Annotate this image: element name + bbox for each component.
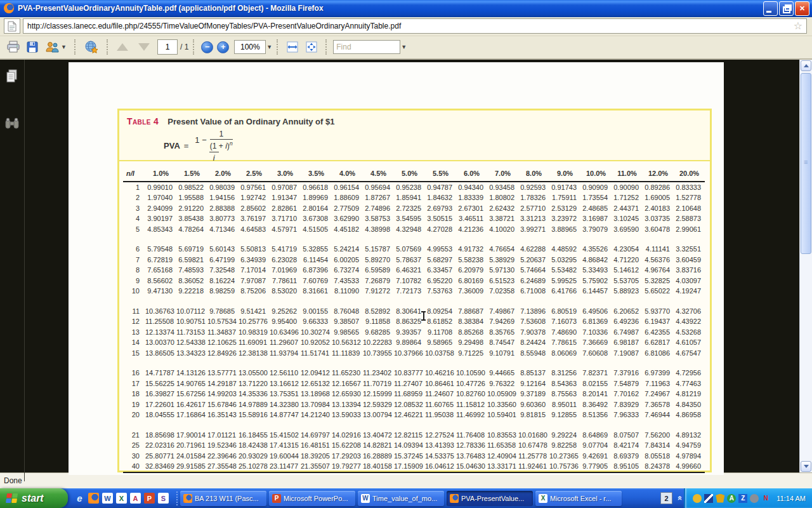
value-cell: 14.13126 <box>176 358 207 378</box>
tray-app-2-icon[interactable] <box>704 494 713 503</box>
value-cell: 0.92593 <box>518 182 549 193</box>
value-cell: 4.86842 <box>580 255 612 265</box>
value-cell: 3.67308 <box>301 213 332 224</box>
table-row: 3025.8077124.0158422.3964620.9302919.600… <box>123 451 705 462</box>
quick-launch-firefox-icon[interactable] <box>88 493 99 504</box>
toolbar-separator <box>325 39 327 55</box>
column-header: 8.0% <box>518 164 549 182</box>
value-cell: 8.54363 <box>549 378 580 389</box>
page-favicon[interactable] <box>4 18 20 34</box>
table-row: 21.970401.955881.941561.927421.913471.89… <box>123 192 705 203</box>
window-title: PVA-PresentValueOrdinaryAnnuityTable.pdf… <box>18 4 763 13</box>
quick-launch-messenger-icon[interactable]: S <box>158 493 169 504</box>
scrollbar-thumb[interactable] <box>801 73 811 254</box>
webpage-capture-button[interactable] <box>81 38 102 56</box>
tray-app-1-icon[interactable] <box>693 494 702 503</box>
tray-shield-icon[interactable] <box>716 494 724 503</box>
search-binoculars-icon[interactable] <box>4 117 20 131</box>
scroll-down-button[interactable] <box>801 461 811 472</box>
value-cell: 4.38998 <box>363 224 394 235</box>
collaborate-button[interactable]: ▼ <box>42 38 70 56</box>
value-cell: 6.81086 <box>643 348 674 359</box>
value-cell: 12.15999 <box>363 389 394 399</box>
close-button[interactable]: ✕ <box>795 1 809 16</box>
value-cell: 7.26879 <box>363 276 394 286</box>
zoom-level-select[interactable]: 100% <box>234 40 266 54</box>
value-cell: 9.07704 <box>580 440 612 451</box>
value-cell: 10.46216 <box>425 358 456 378</box>
save-button[interactable] <box>23 38 42 56</box>
taskbar-button[interactable]: BA 213 W11 (Pasc... <box>180 491 266 506</box>
value-cell: 4.10020 <box>487 224 518 235</box>
quick-launch-internet-explorer-icon[interactable]: e <box>74 493 85 504</box>
formula-inner-denominator: (1 + i)n <box>210 139 233 150</box>
tray-zone-icon[interactable]: Z <box>738 494 747 503</box>
value-cell: 10.56312 <box>332 337 363 348</box>
url-field[interactable]: http://classes.lanecc.edu/file.php/24555… <box>23 18 807 34</box>
value-cell: 12.08532 <box>394 399 425 410</box>
start-button[interactable]: start <box>0 488 68 508</box>
scroll-up-button[interactable] <box>801 60 811 71</box>
value-cell: 13.40472 <box>363 420 394 441</box>
previous-page-button[interactable] <box>113 38 132 56</box>
value-cell: 0.90090 <box>612 182 643 193</box>
fit-width-button[interactable] <box>283 38 302 56</box>
taskbar-button[interactable]: WTime_value_of_mo... <box>358 491 444 506</box>
value-cell: 6.20652 <box>612 297 643 317</box>
pdf-nav-sidebar <box>0 60 25 482</box>
value-cell: 8.07507 <box>612 420 643 441</box>
taskbar-button[interactable]: PVA-PresentValue... <box>447 491 533 506</box>
tray-norton-icon[interactable]: N <box>761 494 770 503</box>
column-header: 4.5% <box>363 164 394 182</box>
taskbar-clock[interactable]: 11:14 AM <box>776 495 806 502</box>
value-cell: 1.95588 <box>176 192 207 203</box>
value-cell: 1.80802 <box>487 192 518 203</box>
tray-antivirus-icon[interactable]: A <box>727 494 736 503</box>
value-cell: 4.84350 <box>674 399 705 410</box>
value-cell: 23.11477 <box>270 461 301 472</box>
zoom-in-button[interactable]: + <box>217 41 229 53</box>
pages-panel-icon[interactable] <box>5 69 19 84</box>
value-cell: 18.39205 <box>301 451 332 462</box>
annuity-table-panel: Table 4Present Value of an Ordinary Annu… <box>117 109 712 472</box>
value-cell: 6.73274 <box>332 265 363 276</box>
value-cell: 10.07112 <box>176 297 207 317</box>
quick-launch-key-icon[interactable]: A <box>130 493 141 504</box>
bookmark-star-icon[interactable]: ☆ <box>794 21 802 31</box>
taskbar-button[interactable]: XMicrosoft Excel - r... <box>535 491 622 506</box>
value-cell: 5.38929 <box>487 255 518 265</box>
value-cell: 10.03758 <box>425 348 456 359</box>
print-button[interactable] <box>4 38 23 56</box>
fit-page-button[interactable] <box>302 38 321 56</box>
value-cell: 13.05500 <box>239 358 270 378</box>
zoom-dropdown-caret-icon[interactable]: ▼ <box>266 44 272 50</box>
language-indicator[interactable]: 2 <box>660 492 672 504</box>
minimize-button[interactable] <box>763 1 778 16</box>
next-page-button[interactable] <box>132 38 151 56</box>
zoom-out-button[interactable]: − <box>201 41 213 53</box>
value-cell: 10.22283 <box>363 337 394 348</box>
quick-launch-powerpoint-icon[interactable]: P <box>144 493 155 504</box>
restore-button[interactable] <box>779 1 794 16</box>
hidden-icons-chevron[interactable]: » <box>674 496 684 500</box>
quick-launch-excel-icon[interactable]: X <box>116 493 127 504</box>
value-cell: 4.71220 <box>612 255 643 265</box>
value-cell: 4.19247 <box>674 286 705 297</box>
value-cell: 4.03097 <box>674 276 705 286</box>
tray-app-3-icon[interactable] <box>750 494 759 503</box>
value-cell: 3.38721 <box>487 213 518 224</box>
value-cell: 5.65022 <box>643 286 674 297</box>
value-cell: 12.65930 <box>332 389 363 399</box>
value-cell: 8.69379 <box>612 451 643 462</box>
table-row: 2522.0231620.7196119.5234618.4243817.413… <box>123 440 705 451</box>
quick-launch-word-icon[interactable]: W <box>102 493 113 504</box>
taskbar-button[interactable]: PMicrosoft PowerPo... <box>269 491 355 506</box>
find-input[interactable] <box>333 40 400 54</box>
page-number-input[interactable] <box>157 39 178 55</box>
find-dropdown-caret-icon[interactable]: ▼ <box>401 44 407 50</box>
column-header: 5.5% <box>425 164 456 182</box>
value-cell: 6.51523 <box>487 276 518 286</box>
value-cell: 4.97894 <box>674 451 705 462</box>
value-cell: 7.37916 <box>612 358 643 378</box>
vertical-scrollbar[interactable] <box>799 60 812 473</box>
